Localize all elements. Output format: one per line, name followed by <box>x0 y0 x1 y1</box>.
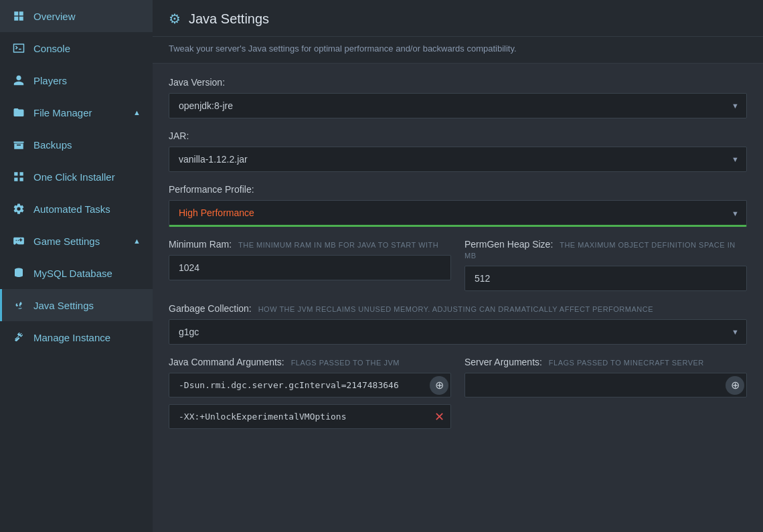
main-content: ⚙ Java Settings Tweak your server's Java… <box>153 0 763 532</box>
sidebar-item-file-manager[interactable]: File Manager ▲ <box>0 96 153 128</box>
sidebar-item-backups[interactable]: Backups <box>0 128 153 161</box>
java-icon <box>12 298 25 312</box>
jar-label: JAR: <box>169 130 747 141</box>
ram-section: Minimum Ram: THE MINIMUM RAM IN MB FOR J… <box>169 239 747 291</box>
sidebar-item-manage-instance[interactable]: Manage Instance <box>0 321 153 353</box>
java-args-col: Java Command Arguments: FLAGS PASSED TO … <box>169 357 451 436</box>
java-args-label: Java Command Arguments: FLAGS PASSED TO … <box>169 357 451 367</box>
sidebar-item-console[interactable]: Console <box>0 32 153 64</box>
page-title: Java Settings <box>189 11 269 27</box>
sidebar-item-label: Manage Instance <box>33 332 110 343</box>
sidebar-item-label: Backups <box>33 139 72 151</box>
permgen-col: PermGen Heap Size: THE MAXIMUM OBJECT DE… <box>464 239 747 291</box>
java-version-label: Java Version: <box>169 77 747 88</box>
grid-icon <box>12 9 25 23</box>
garbage-collection-section: Garbage Collection: HOW THE JVM RECLAIMS… <box>169 303 747 345</box>
sidebar-item-overview[interactable]: Overview <box>0 0 153 32</box>
person-icon <box>12 74 25 87</box>
page-subtitle: Tweak your server's Java settings for op… <box>153 37 763 64</box>
chevron-up-icon: ▲ <box>133 108 141 116</box>
server-args-col: Server Arguments: FLAGS PASSED TO MINECR… <box>464 357 747 436</box>
add-java-arg-button-0[interactable]: ⊕ <box>430 376 448 395</box>
sidebar-item-label: Automated Tasks <box>33 203 110 215</box>
sidebar-item-label: Players <box>33 75 67 86</box>
remove-java-arg-button-1[interactable]: ✕ <box>430 408 448 426</box>
sidebar-item-label: Overview <box>33 11 76 22</box>
sidebar-item-game-settings[interactable]: Game Settings ▲ <box>0 225 153 257</box>
file-manager-group: File Manager <box>12 106 92 119</box>
settings-wrench-icon <box>12 331 25 344</box>
min-ram-input[interactable] <box>169 255 451 280</box>
jar-section: JAR: vanilla-1.12.2.jar <box>169 130 747 172</box>
sidebar-item-label: Game Settings <box>33 236 100 247</box>
sidebar-item-one-click-installer[interactable]: One Click Installer <box>0 161 153 193</box>
chevron-down-icon: ▲ <box>133 237 141 245</box>
java-arg-input-0[interactable] <box>169 373 451 397</box>
sidebar: Overview Console Players File Manager ▲ … <box>0 0 153 532</box>
permgen-input[interactable] <box>464 266 747 291</box>
sidebar-item-label: One Click Installer <box>33 171 115 183</box>
java-version-select-wrapper: openjdk:8-jre openjdk:11-jre openjdk:17-… <box>169 93 747 118</box>
garbage-collection-select-wrapper: g1gc cms parallel serial <box>169 319 747 345</box>
jar-select-wrapper: vanilla-1.12.2.jar <box>169 147 747 172</box>
min-ram-label: Minimum Ram: THE MINIMUM RAM IN MB FOR J… <box>169 239 451 250</box>
java-arg-input-wrapper-1: ✕ <box>169 404 451 429</box>
java-header-icon: ⚙ <box>169 11 181 27</box>
java-arg-input-1[interactable] <box>169 404 451 429</box>
jar-select[interactable]: vanilla-1.12.2.jar <box>169 147 747 172</box>
server-args-label: Server Arguments: FLAGS PASSED TO MINECR… <box>464 357 747 367</box>
content-area: Java Version: openjdk:8-jre openjdk:11-j… <box>153 64 763 461</box>
garbage-collection-select[interactable]: g1gc cms parallel serial <box>169 319 747 345</box>
terminal-icon <box>12 41 25 55</box>
add-server-arg-button-0[interactable]: ⊕ <box>726 376 744 395</box>
garbage-collection-label: Garbage Collection: HOW THE JVM RECLAIMS… <box>169 303 747 314</box>
sidebar-item-java-settings[interactable]: Java Settings <box>0 289 153 321</box>
permgen-label: PermGen Heap Size: THE MAXIMUM OBJECT DE… <box>464 239 747 260</box>
apps-icon <box>12 170 25 183</box>
database-icon <box>12 266 25 280</box>
page-header: ⚙ Java Settings <box>153 0 763 37</box>
java-version-select[interactable]: openjdk:8-jre openjdk:11-jre openjdk:17-… <box>169 93 747 118</box>
sidebar-item-players[interactable]: Players <box>0 64 153 96</box>
java-arg-input-wrapper-0: ⊕ <box>169 373 451 397</box>
performance-profile-section: Performance Profile: High Performance Ba… <box>169 184 747 227</box>
gear-cog-icon <box>12 202 25 215</box>
game-settings-group: Game Settings <box>12 234 100 248</box>
archive-icon <box>12 138 25 151</box>
sidebar-item-label: Java Settings <box>33 300 94 311</box>
java-version-section: Java Version: openjdk:8-jre openjdk:11-j… <box>169 77 747 118</box>
sidebar-item-mysql-database[interactable]: MySQL Database <box>0 257 153 289</box>
server-arg-input-wrapper-0: ⊕ <box>464 373 747 397</box>
args-section: Java Command Arguments: FLAGS PASSED TO … <box>169 357 747 436</box>
gamepad-icon <box>12 234 25 248</box>
sidebar-item-label: MySQL Database <box>33 268 112 279</box>
sidebar-item-label: Console <box>33 43 70 54</box>
folder-icon <box>12 106 25 119</box>
performance-profile-select-wrapper: High Performance Balanced Low Memory <box>169 200 747 227</box>
min-ram-col: Minimum Ram: THE MINIMUM RAM IN MB FOR J… <box>169 239 451 291</box>
performance-profile-select[interactable]: High Performance Balanced Low Memory <box>169 200 747 227</box>
server-arg-input-0[interactable] <box>464 373 747 397</box>
sidebar-item-automated-tasks[interactable]: Automated Tasks <box>0 193 153 225</box>
performance-profile-label: Performance Profile: <box>169 184 747 195</box>
sidebar-item-label: File Manager <box>33 107 92 118</box>
